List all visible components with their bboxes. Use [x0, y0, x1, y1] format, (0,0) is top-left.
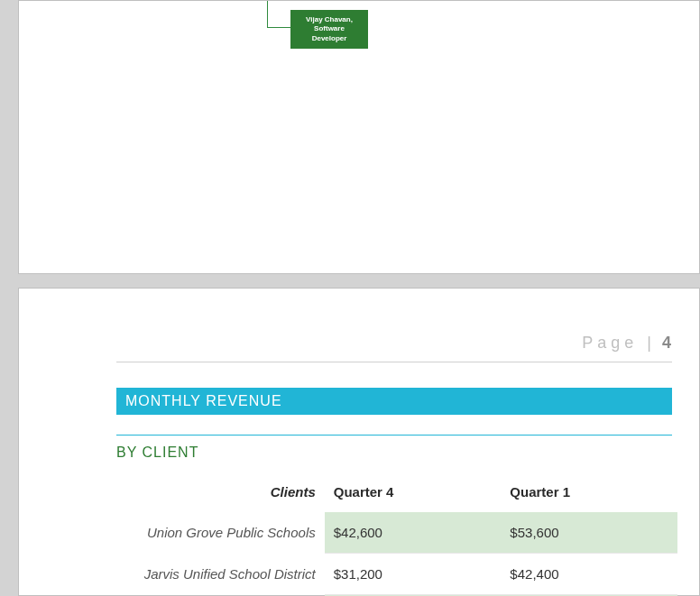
header-q4: Quarter 4	[325, 472, 502, 512]
header-clients: Clients	[116, 472, 325, 512]
page-1: Vijay Chavan, Software Developer	[18, 0, 700, 274]
cell-q1: $53,600	[501, 512, 677, 554]
table-header-row: Clients Quarter 4 Quarter 1	[116, 472, 677, 512]
table-row: Union Grove Public Schools $42,600 $53,6…	[116, 512, 677, 554]
header-q1: Quarter 1	[501, 472, 677, 512]
org-card-name: Vijay Chavan,	[298, 15, 361, 24]
cell-q4: $42,600	[325, 512, 502, 554]
client-name: Jarvis Unified School District	[116, 554, 325, 595]
client-name: Union Grove Public Schools	[116, 512, 325, 554]
page-number-line: Page | 4	[116, 334, 672, 362]
revenue-table: Clients Quarter 4 Quarter 1 Union Grove …	[116, 472, 677, 596]
org-card-title-line2: Developer	[298, 34, 361, 43]
page-separator: |	[647, 334, 653, 352]
org-card-title-line1: Software	[298, 24, 361, 33]
subsection-title: BY CLIENT	[116, 435, 672, 461]
cell-q4: $31,200	[325, 554, 502, 595]
page-number: 4	[662, 334, 672, 352]
table-row: Jarvis Unified School District $31,200 $…	[116, 554, 677, 595]
page-label: Page	[582, 334, 638, 352]
section-title: MONTHLY REVENUE	[116, 388, 672, 415]
page-2: Page | 4 MONTHLY REVENUE BY CLIENT Clien…	[18, 288, 700, 596]
org-card: Vijay Chavan, Software Developer	[290, 10, 368, 49]
page-content: Page | 4 MONTHLY REVENUE BY CLIENT Clien…	[116, 334, 672, 596]
org-connector-line	[267, 1, 292, 28]
cell-q1: $42,400	[501, 554, 677, 595]
